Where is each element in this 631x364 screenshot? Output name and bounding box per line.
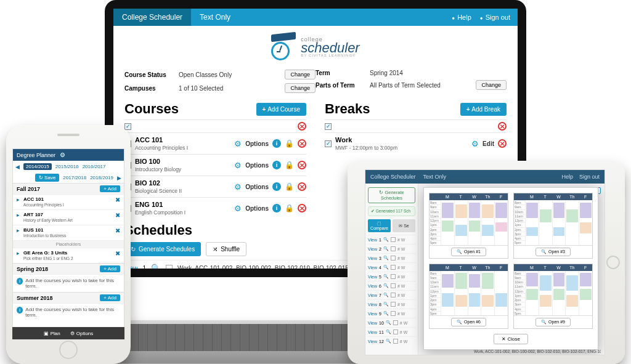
info-icon[interactable]: i: [272, 161, 281, 169]
magnify-icon[interactable]: 🔍: [383, 256, 389, 261]
event-block[interactable]: [553, 227, 565, 237]
year-option[interactable]: 2018/2019: [90, 175, 113, 180]
event-block[interactable]: [580, 203, 592, 218]
lock-icon[interactable]: 🔒: [285, 204, 294, 212]
view-link[interactable]: View: [368, 247, 377, 251]
change-campuses[interactable]: Change: [285, 83, 316, 93]
tab-college-scheduler[interactable]: College Scheduler: [113, 9, 191, 26]
gear-icon[interactable]: ⚙: [234, 204, 242, 213]
magnify-icon[interactable]: 🔍: [386, 339, 391, 344]
tab-text-only[interactable]: Text Only: [423, 174, 447, 180]
row-checkbox[interactable]: [391, 246, 396, 251]
view-link[interactable]: View: [368, 265, 377, 270]
event-block[interactable]: [580, 273, 592, 286]
row-checkbox[interactable]: [391, 283, 396, 288]
chevron-icon[interactable]: ▸: [17, 250, 22, 261]
open-schedule-button[interactable]: Open #3: [535, 248, 571, 256]
event-block[interactable]: [442, 274, 454, 288]
select-all-breaks[interactable]: [325, 123, 332, 130]
magnify-icon[interactable]: 🔍: [383, 283, 389, 288]
view-link[interactable]: View: [368, 293, 377, 297]
event-block[interactable]: [553, 203, 565, 218]
event-block[interactable]: [455, 204, 467, 218]
event-block[interactable]: [566, 275, 578, 291]
remove-icon[interactable]: ✖: [115, 250, 120, 261]
delete-all-courses-icon[interactable]: ✕: [298, 122, 306, 131]
signout-link[interactable]: Sign out: [579, 174, 600, 180]
event-block[interactable]: [526, 273, 538, 286]
event-block[interactable]: [566, 209, 578, 223]
close-button[interactable]: ✕ Close: [494, 334, 528, 344]
gear-icon[interactable]: ⚙: [234, 161, 242, 170]
view-link[interactable]: View: [368, 330, 377, 334]
year-option[interactable]: 2016/2017: [83, 164, 106, 169]
event-block[interactable]: [580, 222, 592, 233]
view-link[interactable]: View: [368, 321, 377, 325]
view-link[interactable]: View: [368, 284, 377, 288]
event-block[interactable]: [482, 225, 494, 236]
view-link[interactable]: View: [368, 312, 377, 316]
lock-icon[interactable]: 🔒: [285, 182, 294, 191]
generate-schedules-button[interactable]: Generate Schedules: [124, 242, 201, 256]
year-prev-icon[interactable]: ◀: [15, 164, 20, 170]
delete-all-breaks-icon[interactable]: ✕: [498, 122, 507, 131]
event-block[interactable]: [442, 203, 454, 218]
gear-icon[interactable]: ⚙: [234, 139, 242, 148]
help-link[interactable]: Help: [452, 14, 471, 21]
lock-icon[interactable]: 🔒: [285, 139, 294, 148]
event-block[interactable]: [482, 273, 494, 288]
event-block[interactable]: [495, 222, 507, 232]
row-checkbox[interactable]: [391, 256, 396, 261]
tab-text-only[interactable]: Text Only: [191, 9, 239, 26]
open-schedule-button[interactable]: Open #6: [451, 318, 486, 326]
event-block[interactable]: [455, 273, 467, 288]
event-block[interactable]: [526, 203, 538, 218]
event-block[interactable]: [540, 295, 552, 306]
generate-schedules-button[interactable]: ↻ Generate Schedules: [368, 187, 415, 203]
row-checkbox[interactable]: [391, 265, 396, 270]
row-checkbox[interactable]: [393, 320, 398, 325]
term-header-summer[interactable]: Summer 2018Add: [13, 292, 124, 303]
compare-button[interactable]: ⬚ Compare: [368, 219, 391, 232]
add-button[interactable]: Add: [100, 185, 120, 192]
chevron-icon[interactable]: ▸: [17, 227, 22, 238]
view-link[interactable]: View: [368, 256, 377, 261]
event-block[interactable]: [455, 225, 467, 236]
send-button[interactable]: ✉ Se: [393, 219, 415, 232]
row-checkbox[interactable]: [391, 311, 396, 316]
remove-icon[interactable]: ✖: [115, 196, 120, 208]
view-link[interactable]: View: [368, 238, 377, 242]
delete-icon[interactable]: ✕: [298, 161, 306, 169]
year-option[interactable]: 2014/2015: [23, 163, 52, 170]
remove-icon[interactable]: ✖: [115, 212, 120, 223]
term-header-fall[interactable]: Fall 2017Add: [13, 183, 124, 194]
signout-link[interactable]: Sign out: [480, 14, 510, 21]
event-block[interactable]: [469, 293, 481, 307]
row-checkbox[interactable]: [391, 302, 396, 307]
row-checkbox[interactable]: [391, 237, 396, 242]
magnify-icon[interactable]: 🔍: [386, 330, 391, 334]
event-block[interactable]: [580, 289, 592, 300]
event-block[interactable]: [482, 295, 494, 306]
chevron-icon[interactable]: ▸: [17, 196, 22, 208]
magnify-icon[interactable]: 🔍: [383, 246, 389, 251]
event-block[interactable]: [469, 203, 481, 218]
save-button[interactable]: Save: [35, 174, 59, 182]
shuffle-button[interactable]: Shuffle: [206, 242, 246, 256]
magnify-icon[interactable]: 🔍: [383, 311, 389, 316]
break-checkbox[interactable]: [325, 140, 332, 147]
event-block[interactable]: [553, 273, 565, 286]
magnify-icon[interactable]: 🔍: [383, 237, 389, 242]
gear-icon[interactable]: ⚙: [471, 139, 479, 148]
delete-icon[interactable]: ✕: [298, 182, 306, 191]
options-link[interactable]: Options: [245, 205, 269, 212]
view-link[interactable]: View: [368, 275, 377, 279]
event-block[interactable]: [469, 220, 481, 232]
event-block[interactable]: [495, 203, 507, 218]
open-schedule-button[interactable]: Open #9: [535, 318, 571, 326]
info-icon[interactable]: i: [272, 204, 281, 212]
view-link[interactable]: View: [368, 339, 377, 344]
magnify-icon[interactable]: 🔍: [383, 293, 389, 297]
year-next-icon[interactable]: ▶: [117, 175, 121, 181]
event-block[interactable]: [495, 293, 507, 307]
